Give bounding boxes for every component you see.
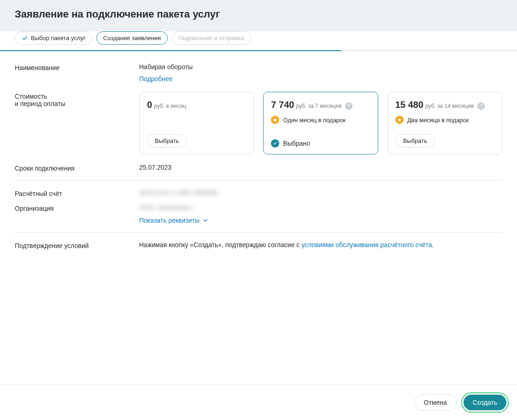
plan-unit: руб. в месяц [154, 103, 186, 109]
footer-actions: Отмена Создать [0, 385, 517, 420]
check-circle-icon [271, 139, 279, 148]
select-plan-button-2[interactable]: Выбрать [395, 134, 435, 148]
plan-chosen-label: Выбрано [283, 140, 310, 147]
plan-price: 0 руб. в месяц [147, 100, 246, 110]
plan-footer: Выбрать [147, 134, 246, 148]
plan-bonus-text: Два месяца в подарок [407, 117, 469, 124]
star-icon [271, 116, 279, 124]
terms-link[interactable]: условиями обслуживания расчётного счёта [301, 241, 432, 248]
step-chip-package[interactable]: Выбор пакета услуг [15, 31, 93, 45]
stepper-container: Выбор пакета услуг Создание заявления По… [0, 31, 517, 45]
details-link[interactable]: Подробнее [139, 75, 173, 83]
plan-bonus-text: Один месяц в подарок [283, 117, 346, 124]
value-account: 40702 810 1 0000 0000000 [139, 189, 502, 197]
plan-card-1[interactable]: 7 740 руб. за 7 месяцев ? Один месяц в п… [263, 92, 378, 154]
plan-unit: руб. за 14 месяцев [425, 103, 474, 109]
label-price: Стоимость и период оплаты [15, 92, 139, 154]
app-window: Заявление на подключение пакета услуг Вы… [0, 0, 517, 420]
org-value-text: ООО «Компания» [139, 204, 502, 211]
separator [15, 180, 502, 181]
row-organization: Организация ООО «Компания» Показать рекв… [15, 204, 502, 224]
star-icon [395, 116, 404, 124]
value-confirmation: Нажимая кнопку «Создать», подтверждаю со… [139, 241, 502, 249]
plan-footer: Выбрано [271, 139, 370, 148]
label-account: Расчётный счёт [15, 189, 139, 197]
value-connection-date: 25.07.2023 [139, 164, 502, 172]
primary-highlight: Создать [461, 392, 509, 413]
plan-price: 7 740 руб. за 7 месяцев ? [271, 100, 370, 110]
plan-card-2[interactable]: 15 480 руб. за 14 месяцев ? Два месяца в… [388, 92, 502, 154]
row-confirmation: Подтверждение условий Нажимая кнопку «Со… [15, 241, 502, 249]
plan-card-0[interactable]: 0 руб. в месяц Выбрать [139, 92, 254, 154]
step-label: Выбор пакета услуг [31, 35, 86, 41]
create-button[interactable]: Создать [464, 395, 506, 410]
label-name: Наименование [15, 63, 139, 83]
show-requisites-toggle[interactable]: Показать реквизиты [139, 217, 502, 224]
package-name: Набирая обороты [139, 63, 502, 71]
step-label: Подписание и отправка [178, 35, 244, 41]
step-chip-signing: Подписание и отправка [171, 31, 251, 45]
step-label: Создание заявления [103, 35, 161, 41]
page-title: Заявление на подключение пакета услуг [15, 8, 502, 20]
progress-track [0, 50, 517, 51]
show-requisites-label: Показать реквизиты [139, 217, 200, 224]
plan-amount: 0 [147, 100, 152, 110]
plan-list: 0 руб. в месяц Выбрать 7 740 руб. [139, 92, 502, 154]
row-price: Стоимость и период оплаты 0 руб. в месяц… [15, 92, 502, 154]
row-connection-date: Сроки подключения 25.07.2023 [15, 164, 502, 172]
plan-footer: Выбрать [395, 134, 494, 148]
value-organization: ООО «Компания» Показать реквизиты [139, 204, 502, 224]
help-icon[interactable]: ? [345, 102, 352, 110]
label-connection-date: Сроки подключения [15, 164, 139, 172]
form-content: Наименование Набирая обороты Подробнее С… [0, 51, 517, 385]
confirmation-prefix: Нажимая кнопку «Создать», подтверждаю со… [139, 241, 301, 248]
select-plan-button-0[interactable]: Выбрать [147, 134, 187, 148]
stepper: Выбор пакета услуг Создание заявления По… [15, 31, 502, 45]
step-chip-application[interactable]: Создание заявления [96, 31, 168, 45]
label-organization: Организация [15, 204, 139, 224]
chevron-down-icon [202, 217, 209, 224]
plan-bonus: Два месяца в подарок [395, 116, 494, 124]
value-name: Набирая обороты Подробнее [139, 63, 502, 83]
cancel-button[interactable]: Отмена [414, 394, 457, 411]
row-account: Расчётный счёт 40702 810 1 0000 0000000 [15, 189, 502, 197]
row-name: Наименование Набирая обороты Подробнее [15, 63, 502, 83]
progress-fill [0, 50, 341, 51]
plan-amount: 15 480 [395, 100, 423, 110]
plan-bonus: Один месяц в подарок [271, 116, 370, 124]
help-icon[interactable]: ? [477, 102, 485, 110]
label-confirmation: Подтверждение условий [15, 241, 139, 249]
plan-amount: 7 740 [271, 100, 294, 110]
page-header: Заявление на подключение пакета услуг [0, 0, 517, 31]
plan-unit: руб. за 7 месяцев [296, 103, 341, 109]
check-icon [22, 35, 28, 41]
confirmation-suffix: . [432, 241, 434, 248]
plan-price: 15 480 руб. за 14 месяцев ? [395, 100, 494, 110]
separator [15, 232, 502, 233]
value-price: 0 руб. в месяц Выбрать 7 740 руб. [139, 92, 502, 154]
